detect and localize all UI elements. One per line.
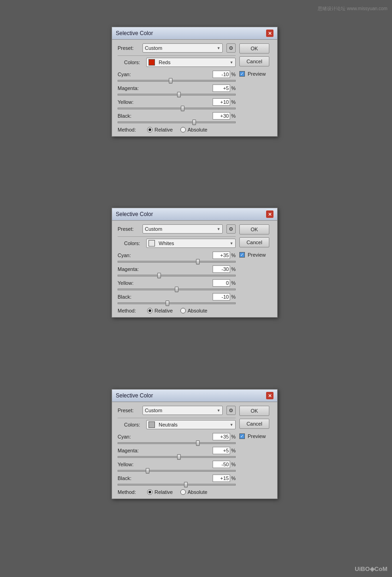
magenta-thumb-1[interactable] — [177, 92, 181, 97]
cancel-button-3[interactable]: Cancel — [239, 419, 269, 429]
magenta-thumb-3[interactable] — [177, 454, 181, 460]
dialog-title-3: Selective Color — [116, 392, 153, 399]
yellow-value-1[interactable]: +10 — [213, 98, 230, 106]
black-value-3[interactable]: +15 — [213, 475, 230, 482]
black-track-1[interactable] — [118, 121, 236, 123]
colors-row-1: Colors: Reds ▼ — [124, 58, 236, 67]
preset-dropdown-3[interactable]: Custom ▼ — [143, 406, 223, 415]
radio-absolute-3[interactable]: Absolute — [180, 489, 208, 495]
divider-2 — [118, 236, 236, 237]
magenta-track-1[interactable] — [118, 94, 236, 96]
radio-absolute-2[interactable]: Absolute — [180, 308, 208, 313]
radio-absolute-circle-2[interactable] — [180, 308, 186, 313]
magenta-value-3[interactable]: +5 — [213, 447, 230, 454]
magenta-thumb-2[interactable] — [157, 273, 161, 278]
color-swatch-1 — [148, 59, 155, 66]
gear-icon-3: ⚙ — [229, 408, 233, 414]
radio-absolute-circle-1[interactable] — [180, 127, 186, 132]
colors-dropdown-arrow-3: ▼ — [230, 423, 233, 427]
colors-label-3: Colors: — [124, 422, 146, 427]
magenta-track-2[interactable] — [118, 275, 236, 276]
slider-yellow-3: Yellow: -50 % — [118, 461, 236, 472]
selective-color-dialog-3: Selective Color ✕ Preset: Custom ▼ ⚙ Col… — [112, 389, 278, 499]
colors-dropdown-3[interactable]: Neutrals ▼ — [146, 420, 236, 429]
colors-label-2: Colors: — [124, 240, 146, 246]
dialog-body-2: Preset: Custom ▼ ⚙ Colors: Whites ▼ — [112, 221, 277, 317]
close-button-2[interactable]: ✕ — [266, 210, 273, 218]
cyan-thumb-1[interactable] — [169, 78, 172, 84]
magenta-value-2[interactable]: -30 — [213, 265, 230, 273]
close-button-3[interactable]: ✕ — [266, 392, 273, 399]
dialog-right-3: OK Cancel Preview — [239, 406, 272, 495]
cyan-value-1[interactable]: -10 — [213, 71, 230, 78]
radio-absolute-circle-3[interactable] — [180, 489, 186, 495]
preset-row-3: Preset: Custom ▼ ⚙ — [118, 406, 236, 415]
black-track-3[interactable] — [118, 484, 236, 486]
radio-relative-circle-3[interactable] — [147, 489, 153, 495]
dialog-titlebar-2: Selective Color ✕ — [112, 208, 277, 221]
preview-checkbox-3[interactable] — [239, 433, 245, 439]
radio-relative-circle-2[interactable] — [147, 308, 153, 313]
yellow-thumb-2[interactable] — [175, 287, 178, 292]
yellow-value-3[interactable]: -50 — [213, 461, 230, 468]
preview-checkbox-2[interactable] — [239, 252, 245, 258]
yellow-track-1[interactable] — [118, 108, 236, 109]
cyan-thumb-3[interactable] — [196, 440, 200, 446]
preset-dropdown-1[interactable]: Custom ▼ — [143, 43, 223, 53]
preview-checkbox-1[interactable] — [239, 71, 245, 77]
cyan-track-3[interactable] — [118, 442, 236, 444]
cyan-thumb-2[interactable] — [196, 259, 200, 264]
ok-button-2[interactable]: OK — [239, 224, 269, 234]
preset-dropdown-2[interactable]: Custom ▼ — [143, 224, 223, 234]
black-thumb-2[interactable] — [166, 301, 169, 306]
gear-button-3[interactable]: ⚙ — [226, 406, 236, 415]
cyan-value-2[interactable]: +35 — [213, 252, 230, 259]
colors-dropdown-1[interactable]: Reds ▼ — [146, 58, 236, 67]
yellow-track-2[interactable] — [118, 288, 236, 290]
black-thumb-1[interactable] — [192, 120, 196, 125]
selective-color-dialog-2: Selective Color ✕ Preset: Custom ▼ ⚙ Col… — [112, 208, 278, 318]
black-value-1[interactable]: +30 — [213, 112, 230, 120]
gear-button-2[interactable]: ⚙ — [226, 224, 236, 234]
gear-button-1[interactable]: ⚙ — [226, 43, 236, 53]
dialog-body-3: Preset: Custom ▼ ⚙ Colors: Neutrals ▼ — [112, 402, 277, 499]
slider-black-3: Black: +15 % — [118, 475, 236, 486]
black-track-2[interactable] — [118, 302, 236, 304]
dialog-body-1: Preset: Custom ▼ ⚙ Colors: Reds — [112, 40, 277, 136]
magenta-track-3[interactable] — [118, 456, 236, 458]
dialog-title-1: Selective Color — [116, 30, 153, 36]
black-value-2[interactable]: -10 — [213, 293, 230, 301]
radio-relative-circle-1[interactable] — [147, 127, 153, 132]
slider-cyan-3: Cyan: +35 % — [118, 433, 236, 444]
gear-icon-1: ⚙ — [229, 45, 233, 51]
cancel-button-1[interactable]: Cancel — [239, 56, 269, 66]
ok-button-1[interactable]: OK — [239, 43, 269, 54]
yellow-track-3[interactable] — [118, 470, 236, 472]
yellow-thumb-1[interactable] — [181, 106, 184, 111]
preset-label-1: Preset: — [118, 45, 141, 51]
cyan-track-2[interactable] — [118, 261, 236, 263]
cancel-button-2[interactable]: Cancel — [239, 237, 269, 247]
method-row-3: Method: Relative Absolute — [118, 489, 236, 495]
preset-dropdown-arrow-3: ▼ — [217, 409, 220, 413]
ok-button-3[interactable]: OK — [239, 406, 269, 416]
radio-relative-2[interactable]: Relative — [147, 308, 173, 313]
magenta-value-1[interactable]: +5 — [213, 84, 230, 92]
slider-magenta-1: Magenta: +5 % — [118, 84, 236, 96]
preview-row-2: Preview — [239, 252, 272, 258]
colors-dropdown-2[interactable]: Whites ▼ — [146, 239, 236, 248]
radio-absolute-1[interactable]: Absolute — [180, 127, 208, 132]
dialog-title-2: Selective Color — [116, 211, 153, 217]
slider-magenta-3: Magenta: +5 % — [118, 447, 236, 458]
yellow-thumb-3[interactable] — [146, 468, 149, 474]
radio-relative-3[interactable]: Relative — [147, 489, 173, 495]
black-thumb-3[interactable] — [184, 482, 188, 487]
radio-relative-1[interactable]: Relative — [147, 127, 173, 132]
close-button-1[interactable]: ✕ — [266, 30, 273, 37]
preview-row-1: Preview — [239, 71, 272, 77]
cyan-value-3[interactable]: +35 — [213, 433, 230, 440]
cyan-track-1[interactable] — [118, 80, 236, 82]
yellow-value-2[interactable]: 0 — [213, 279, 230, 287]
slider-black-2: Black: -10 % — [118, 293, 236, 304]
slider-yellow-1: Yellow: +10 % — [118, 98, 236, 109]
